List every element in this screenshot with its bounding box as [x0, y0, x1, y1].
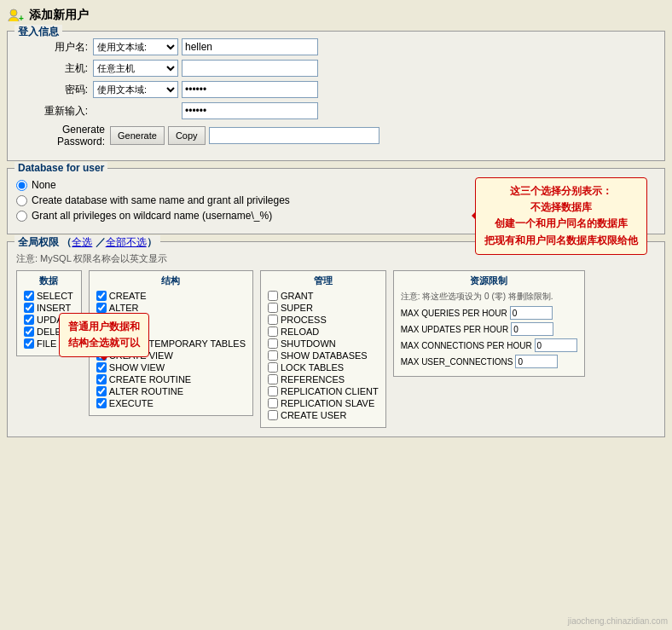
priv-tooltip: 普通用户数据和 结构全选就可以 [59, 313, 149, 357]
create-user-checkbox[interactable] [268, 410, 278, 420]
db-option1-radio[interactable] [16, 180, 27, 191]
database-section: Database for user None Create database w… [7, 168, 665, 234]
priv-item: REFERENCES [268, 374, 379, 384]
priv-item: LOCK TABLES [268, 362, 379, 373]
priv-item: CREATE USER [268, 410, 379, 420]
admin-group-title: 管理 [268, 275, 379, 287]
password-type-select[interactable]: 使用文本域: [93, 81, 178, 98]
deselect-all-link[interactable]: 全部不选 [106, 236, 147, 248]
max-queries-row: MAX QUERIES PER HOUR [401, 306, 577, 320]
alter-checkbox[interactable] [96, 303, 107, 313]
max-updates-row: MAX UPDATES PER HOUR [401, 322, 577, 336]
priv-item: REPLICATION CLIENT [268, 386, 379, 396]
data-group-title: 数据 [24, 275, 74, 287]
password-controls: 使用文本域: [93, 81, 318, 98]
priv-item: SHOW VIEW [96, 362, 246, 373]
priv-item: ALTER ROUTINE [96, 386, 246, 396]
copy-button[interactable]: Copy [168, 126, 206, 145]
svg-point-0 [10, 9, 17, 16]
create-checkbox[interactable] [96, 291, 107, 301]
watermark: jiaocheng.chinazidian.com [568, 616, 668, 626]
priv-item: SELECT [24, 291, 74, 301]
page-title: 添加新用户 [29, 8, 89, 23]
host-row: 主机: 任意主机 [16, 60, 656, 77]
reload-checkbox[interactable] [268, 327, 278, 337]
shutdown-checkbox[interactable] [268, 338, 278, 349]
username-label: 用户名: [16, 40, 93, 55]
resource-group-title: 资源限制 [401, 275, 577, 287]
generate-button[interactable]: Generate [110, 126, 165, 145]
priv-item: INSERT [24, 303, 74, 313]
db-option2-radio[interactable] [16, 195, 27, 206]
grant-checkbox[interactable] [268, 291, 278, 301]
login-section: 登入信息 用户名: 使用文本域: 主机: 任意主机 密码: [7, 31, 665, 161]
privileges-section: 全局权限 （全选 ／全部不选） 注意: MySQL 权限名称会以英文显示 普通用… [7, 241, 665, 437]
password-input[interactable] [182, 81, 318, 98]
username-row: 用户名: 使用文本域: [16, 38, 656, 55]
priv-item: RELOAD [268, 327, 379, 337]
max-connections-input[interactable] [535, 338, 577, 352]
priv-item: SHUTDOWN [268, 338, 379, 349]
database-section-legend: Database for user [14, 162, 107, 174]
reenter-controls [93, 102, 318, 119]
resource-note: 注意: 将这些选项设为 0 (零) 将删除限制. [401, 291, 577, 303]
db-option3-label: Grant all privileges on wildcard name (u… [32, 210, 272, 222]
host-controls: 任意主机 [93, 60, 318, 77]
replication-client-checkbox[interactable] [268, 386, 278, 396]
priv-item: CREATE [96, 291, 246, 301]
execute-checkbox[interactable] [96, 398, 107, 408]
priv-item: SHOW DATABASES [268, 350, 379, 361]
max-connections-row: MAX CONNECTIONS PER HOUR [401, 338, 577, 352]
priv-item: ALTER [96, 303, 246, 313]
max-queries-input[interactable] [510, 306, 553, 320]
reenter-input[interactable] [182, 102, 318, 119]
resource-priv-group: 资源限制 注意: 将这些选项设为 0 (零) 将删除限制. MAX QUERIE… [393, 270, 585, 377]
lock-tables-checkbox[interactable] [268, 362, 278, 373]
alter-routine-checkbox[interactable] [96, 386, 107, 396]
priv-item: CREATE ROUTINE [96, 374, 246, 384]
host-input[interactable] [182, 60, 318, 77]
host-label: 主机: [16, 61, 93, 76]
generate-controls: Generate Copy [110, 126, 379, 145]
max-user-connections-input[interactable] [515, 355, 558, 368]
generate-password-row: Generate Password: Generate Copy [16, 124, 656, 147]
max-user-connections-row: MAX USER_CONNECTIONS [401, 355, 577, 368]
select-checkbox[interactable] [24, 291, 34, 301]
generated-password-input[interactable] [209, 127, 379, 144]
show-databases-checkbox[interactable] [268, 350, 278, 361]
password-label: 密码: [16, 83, 93, 97]
host-type-select[interactable]: 任意主机 [93, 60, 178, 77]
priv-section-legend: 全局权限 （全选 ／全部不选） [14, 235, 160, 250]
svg-text:+: + [19, 14, 24, 23]
max-updates-input[interactable] [511, 322, 553, 336]
update-checkbox[interactable] [24, 315, 34, 325]
db-option1-label: None [32, 179, 56, 191]
reenter-row: 重新输入: [16, 102, 656, 119]
process-checkbox[interactable] [268, 315, 278, 325]
priv-columns: 普通用户数据和 结构全选就可以 数据 SELECT INSERT UPDATE [16, 270, 656, 428]
page-container: + 添加新用户 登入信息 用户名: 使用文本域: 主机: 任意主机 [0, 0, 672, 630]
create-routine-checkbox[interactable] [96, 374, 107, 384]
structure-group-title: 结构 [96, 275, 246, 287]
file-checkbox[interactable] [24, 338, 34, 349]
db-option3-radio[interactable] [16, 211, 27, 222]
priv-item: PROCESS [268, 315, 379, 325]
select-all-link[interactable]: 全选 [72, 236, 92, 248]
insert-checkbox[interactable] [24, 303, 34, 313]
db-option2-label: Create database with same name and grant… [32, 194, 290, 206]
username-input[interactable] [182, 38, 318, 55]
delete-checkbox[interactable] [24, 327, 34, 337]
super-checkbox[interactable] [268, 303, 278, 313]
priv-item: GRANT [268, 291, 379, 301]
login-section-legend: 登入信息 [14, 25, 62, 39]
admin-priv-group: 管理 GRANT SUPER PROCESS RELOAD [260, 270, 386, 428]
username-type-select[interactable]: 使用文本域: [93, 38, 178, 55]
generate-label: Generate Password: [16, 124, 110, 147]
priv-item: SUPER [268, 303, 379, 313]
db-tooltip: 这三个选择分别表示： 不选择数据库 创建一个和用户同名的数据库 把现有和用户同名… [475, 177, 647, 255]
reenter-label: 重新输入: [16, 104, 93, 118]
page-header: + 添加新用户 [7, 7, 665, 24]
references-checkbox[interactable] [268, 374, 278, 384]
user-add-icon: + [7, 7, 24, 24]
replication-slave-checkbox[interactable] [268, 398, 278, 408]
